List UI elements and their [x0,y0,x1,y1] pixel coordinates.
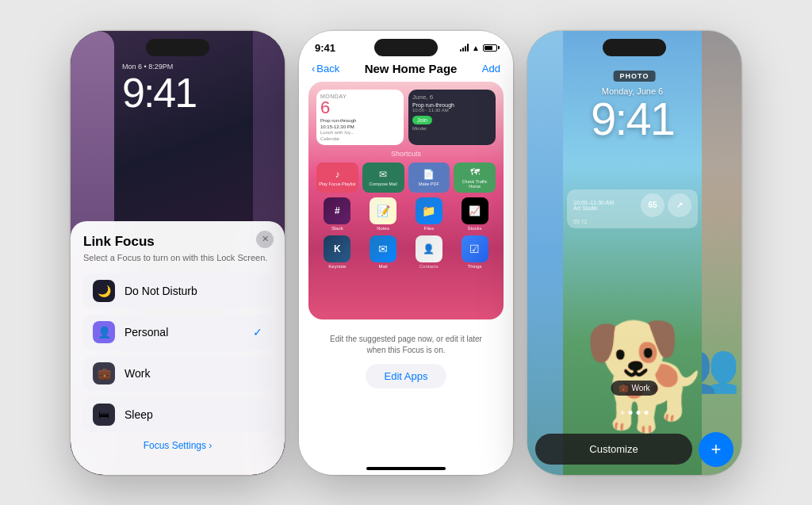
widget-schedule-row: 10:00–11:30 AM Art Studio 65 ↗ [573,193,691,217]
dot-4 [645,411,649,415]
shortcuts-row: ♪ Play Focus Playlist ✉ Compose Mail 📄 M… [316,163,496,193]
app-mail-label: Mail [379,264,388,269]
app-stocks-label: Stocks [468,226,482,231]
app-things-label: Things [468,264,482,269]
focus-item-personal[interactable]: 👤 Personal ✓ [83,315,272,350]
phone1-background: Mon 6 • 8:29PM 9:41 ✕ Link Focus Select … [71,31,285,475]
phone2-background: 9:41 ▲ ‹ Back New Home Page [299,31,513,475]
app-notes[interactable]: 📝 Notes [362,197,404,231]
page-dots [621,411,649,415]
app-mail[interactable]: ✉ Mail [362,235,404,269]
files-icon: 📁 [416,197,442,224]
focus-icon-work: 💼 [93,362,115,384]
shortcut-maps-label: Check Traffic Home [456,179,493,189]
shortcut-mail[interactable]: ✉ Compose Mail [362,163,404,193]
widget-schedule-content: 10:00–11:30 AM Art Studio [573,200,614,211]
phone2-navbar: ‹ Back New Home Page Add [299,59,513,82]
phone-3: 👥 🐕 PHOTO Monday, June 6 9:41 [527,31,741,475]
sheet-title: Link Focus [83,234,272,250]
widget-rem-join[interactable]: Join [412,116,432,124]
statusbar-icons: ▲ [460,44,497,52]
battery-icon [483,44,497,52]
dot-2 [629,411,633,415]
focus-icon-personal: 👤 [93,321,115,343]
home-indicator-2 [366,467,446,470]
widget-temp-widgets: 65 ↗ [641,193,691,217]
add-button[interactable]: + [699,432,733,467]
phone3-time: 9:41 [567,96,698,142]
focus-item-dnd[interactable]: 🌙 Do Not Disturb [83,274,272,308]
app-contacts-label: Contacts [419,264,439,269]
focus-item-work[interactable]: 💼 Work [83,356,272,391]
shortcut-maps[interactable]: 🗺 Check Traffic Home [454,163,496,193]
shortcut-pdf-label: Make PDF [419,182,439,186]
work-focus-badge: 💼 Work [611,381,657,396]
app-keynote-label: Keynote [328,264,346,269]
app-files[interactable]: 📁 Files [408,197,450,231]
photo-label: PHOTO [614,71,656,82]
widget-cal-footer: Calendar [320,136,400,141]
phone3-sidebar-left [527,31,563,475]
contacts-icon: 👤 [416,235,442,262]
keynote-icon: K [324,235,350,262]
signal-icon [460,44,469,52]
navbar-add-button[interactable]: Add [482,63,500,75]
widget-rem-date: June, 6 [412,94,492,101]
notch-3 [603,39,666,56]
focus-label-personal: Personal [124,326,243,339]
focus-settings-link[interactable]: Focus Settings › [83,440,272,451]
music-icon: ♪ [335,169,339,180]
focus-label-work: Work [124,367,262,380]
things-icon: ☑ [462,235,488,262]
phone1-time-area: Mon 6 • 8:29PM 9:41 [122,63,249,113]
app-files-label: Files [424,226,435,231]
app-slack[interactable]: # Slack [316,197,358,231]
notch-1 [146,39,209,56]
apps-row-1: # Slack 📝 Notes 📁 Files [316,197,496,231]
dot-1 [621,411,625,415]
apps-grid-card: MONDAY 6 Prop run-through 10:15-12:30 PM… [308,82,504,319]
widget-rem-footer: Minder [412,126,492,131]
app-keynote[interactable]: K Keynote [316,235,358,269]
sheet-close-button[interactable]: ✕ [256,231,274,248]
phone1-date: Mon 6 • 8:29PM [122,63,249,71]
focus-label-dnd: Do Not Disturb [124,285,262,297]
app-stocks[interactable]: 📈 Stocks [454,197,496,231]
widget-temp-circle: 65 [641,193,665,217]
focus-icon-sleep: 🛏 [93,404,115,426]
focus-item-sleep[interactable]: 🛏 Sleep [83,397,272,432]
notch-2 [374,39,438,56]
widget-compass-circle: ↗ [668,193,691,217]
dot-3 [637,411,641,415]
maps-icon: 🗺 [470,166,480,178]
shortcut-pdf[interactable]: 📄 Make PDF [408,163,450,193]
widget-reminders: June, 6 Prop run-through 10:00 - 11:30 A… [408,90,496,145]
customize-button[interactable]: Customize [535,434,692,465]
phone3-widgets: 10:00–11:30 AM Art Studio 65 ↗ 55 72 [567,189,698,228]
shortcut-mail-label: Compose Mail [370,182,397,186]
compose-icon: ✉ [379,169,387,180]
shortcut-music-label: Play Focus Playlist [319,182,355,186]
widget-cal-date: 6 [320,99,400,117]
phone1-time: 9:41 [122,72,249,113]
shortcut-music[interactable]: ♪ Play Focus Playlist [316,163,358,193]
widget-schedule-time: 10:00–11:30 AM [573,200,614,205]
phone2-content: MONDAY 6 Prop run-through 10:15-12:30 PM… [299,82,513,462]
phone-1: Mon 6 • 8:29PM 9:41 ✕ Link Focus Select … [71,31,285,475]
phone3-bottom-bar: Customize + [535,432,733,467]
phone1-link-focus-sheet: ✕ Link Focus Select a Focus to turn on w… [71,221,285,475]
apps-row-2: K Keynote ✉ Mail 👤 Contacts [316,235,496,269]
focus-icon-dnd: 🌙 [93,280,115,302]
widget-cal-label2: Lunch with Ivy... [320,130,400,135]
widget-temp-range: 55 72 [573,219,691,224]
edit-apps-button[interactable]: Edit Apps [366,364,447,388]
app-contacts[interactable]: 👤 Contacts [408,235,450,269]
navbar-back-button[interactable]: ‹ Back [312,63,339,75]
widget-row-top: MONDAY 6 Prop run-through 10:15-12:30 PM… [316,90,496,145]
app-slack-label: Slack [331,226,343,231]
app-things[interactable]: ☑ Things [454,235,496,269]
mail-icon: ✉ [370,235,396,262]
focus-label-sleep: Sleep [124,408,262,421]
phone3-lock-content: Monday, June 6 9:41 [567,86,698,142]
widget-calendar: MONDAY 6 Prop run-through 10:15-12:30 PM… [316,90,404,145]
